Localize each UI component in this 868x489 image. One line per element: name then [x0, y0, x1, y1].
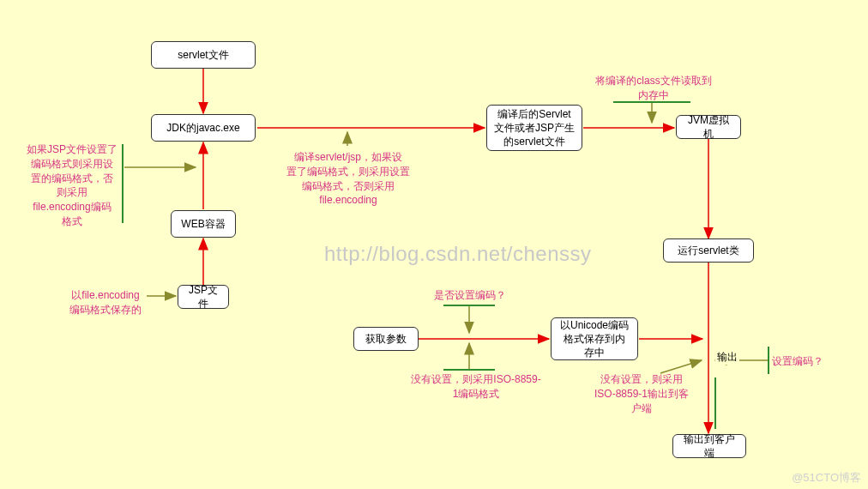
- node-run-servlet: 运行servlet类: [663, 238, 754, 263]
- node-servlet-file: servlet文件: [151, 41, 256, 69]
- footer-watermark: @51CTO博客: [792, 470, 861, 486]
- node-get-param: 获取参数: [353, 327, 419, 351]
- annot-compile-encoding: 编译servlet/jsp，如果设 置了编码格式，则采用设置 编码格式，否则采用…: [274, 150, 422, 208]
- annot-jsp-encoding: 如果JSP文件设置了 编码格式则采用设 置的编码格式，否 则采用 file.en…: [21, 142, 124, 229]
- node-compiled-servlet: 编译后的Servlet 文件或者JSP产生 的servlet文件: [486, 105, 582, 151]
- annot-set-encode-question: 设置编码？: [772, 354, 832, 369]
- bracket-bar: [714, 377, 716, 429]
- node-jsp-file: JSP文件: [178, 285, 229, 309]
- node-jvm: JVM虚拟机: [676, 115, 741, 139]
- node-output-client: 输出到客户端: [672, 434, 746, 458]
- annot-no-set-output: 没有设置，则采用 ISO-8859-1输出到客 户端: [585, 372, 698, 415]
- bracket-bar: [443, 305, 495, 306]
- annot-save-encoding: 以file.encoding 编码格式保存的: [62, 288, 149, 317]
- node-unicode-mem: 以Unicode编码 格式保存到内 存中: [551, 317, 638, 360]
- node-web-container: WEB容器: [171, 210, 236, 238]
- bracket-bar: [443, 369, 495, 371]
- node-jdk-javac: JDK的javac.exe: [151, 114, 256, 142]
- annot-encode-question: 是否设置编码？: [427, 288, 513, 303]
- label-output: 输出: [715, 350, 739, 365]
- diagram-canvas: servlet文件 JDK的javac.exe WEB容器 JSP文件 编译后的…: [0, 0, 868, 489]
- watermark-url: http://blog.csdn.net/chenssy: [324, 242, 592, 266]
- bracket-bar: [768, 347, 769, 374]
- annot-no-set-iso: 没有设置，则采用ISO-8859- 1编码格式: [400, 372, 552, 401]
- annot-read-class: 将编译的class文件读取到 内存中: [582, 74, 726, 103]
